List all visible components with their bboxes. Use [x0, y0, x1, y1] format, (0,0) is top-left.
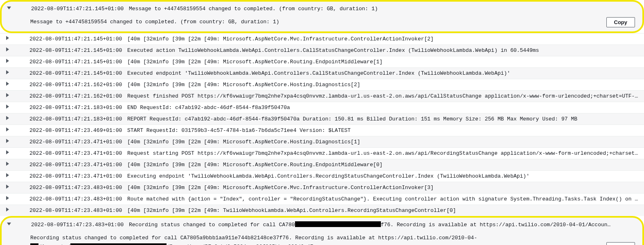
log-message: [40m [32minfo [39m [22m [49m: Microsoft.… [127, 81, 641, 89]
log-timestamp: 2022-08-09T11:47:23.471+01:00 [11, 149, 127, 157]
log-timestamp: 2022-08-09T11:47:21.145+01:00 [11, 69, 127, 77]
log-expanded-body: Message to +447458159554 changed to comp… [6, 13, 614, 29]
expand-caret-icon[interactable] [4, 104, 11, 109]
log-timestamp: 2022-08-09T11:47:23.471+01:00 [11, 172, 127, 180]
log-timestamp: 2022-08-09T11:47:23.483+01:00 [11, 207, 127, 214]
log-row[interactable]: 2022-08-09T11:47:21.145+01:00 [40m [32mi… [0, 33, 644, 45]
log-timestamp: 2022-08-09T11:47:23.471+01:00 [11, 161, 127, 169]
log-message: REPORT RequestId: c47ab192-abdc-46df-854… [127, 115, 641, 123]
svg-marker-11 [6, 150, 9, 154]
log-table: 2022-08-09T11:47:21.145+01:00 Message to… [0, 0, 644, 245]
svg-marker-12 [6, 162, 9, 166]
expand-caret-icon[interactable] [4, 35, 11, 40]
log-row[interactable]: 2022-08-09T11:47:21.145+01:00Executed en… [0, 67, 644, 79]
expand-caret-icon[interactable] [4, 184, 11, 189]
expand-caret-icon[interactable] [4, 69, 11, 74]
expand-caret-icon[interactable] [4, 58, 11, 63]
svg-marker-14 [6, 185, 9, 189]
log-message-text: Recording status changed to completed fo… [129, 222, 295, 228]
log-message: [40m [32minfo [39m [22m [49m: Microsoft.… [127, 58, 641, 66]
log-row-expanded: 2022-08-09T11:47:23.483+01:00 Recording … [0, 216, 644, 245]
redacted-block [295, 221, 381, 227]
log-message: [40m [32minfo [39m [22m [49m: Microsoft.… [127, 35, 641, 43]
expand-caret-icon[interactable] [4, 92, 11, 97]
expand-caret-icon[interactable] [4, 172, 11, 177]
svg-marker-17 [7, 223, 11, 225]
log-timestamp: 2022-08-09T11:47:21.183+01:00 [11, 115, 127, 123]
svg-marker-2 [6, 47, 9, 51]
log-row[interactable]: 2022-08-09T11:47:21.162+01:00 [40m [32mi… [0, 79, 644, 90]
svg-marker-4 [6, 70, 9, 74]
svg-marker-7 [6, 105, 9, 109]
collapse-caret-icon[interactable] [6, 221, 12, 226]
svg-marker-3 [6, 59, 9, 63]
log-row[interactable]: 2022-08-09T11:47:23.483+01:00 [40m [32mi… [0, 205, 644, 216]
expand-caret-icon[interactable] [4, 127, 11, 131]
log-row[interactable]: 2022-08-09T11:47:21.145+01:00Executed ac… [0, 45, 644, 56]
log-timestamp: 2022-08-09T11:47:21.145+01:00 [11, 47, 127, 54]
log-message: Recording status changed to completed fo… [129, 221, 614, 229]
log-row[interactable]: 2022-08-09T11:47:23.471+01:00Executing e… [0, 170, 644, 182]
log-message: [40m [32minfo [39m [22m [49m: Microsoft.… [127, 161, 641, 169]
log-timestamp: 2022-08-09T11:47:23.483+01:00 [11, 195, 127, 203]
log-message: [40m [32minfo [39m [22m [49m: Microsoft.… [127, 138, 641, 146]
expand-caret-icon[interactable] [4, 138, 11, 143]
svg-marker-13 [6, 173, 9, 177]
log-row[interactable]: 2022-08-09T11:47:23.471+01:00 [40m [32mi… [0, 136, 644, 147]
log-message: Request starting POST https://kf6vwaiugr… [127, 149, 641, 157]
log-timestamp: 2022-08-09T11:47:21.162+01:00 [11, 92, 127, 100]
svg-marker-9 [6, 127, 9, 131]
log-row[interactable]: 2022-08-09T11:47:23.483+01:00Route match… [0, 193, 644, 205]
copy-button[interactable]: Copy [606, 242, 635, 245]
expand-caret-icon[interactable] [4, 81, 11, 86]
expand-caret-icon[interactable] [4, 195, 11, 200]
log-timestamp: 2022-08-09T11:47:21.145+01:00 [11, 58, 127, 66]
log-row[interactable]: 2022-08-09T11:47:23.483+01:00 [40m [32mi… [0, 182, 644, 193]
svg-marker-1 [6, 36, 9, 40]
log-message: [40m [32minfo [39m [22m [49m: Microsoft.… [127, 184, 641, 192]
log-message: Executed action TwilioWebhookLambda.WebA… [127, 47, 641, 54]
redacted-block [30, 243, 38, 245]
log-row[interactable]: 2022-08-09T11:47:23.471+01:00 [40m [32mi… [0, 159, 644, 170]
expand-caret-icon[interactable] [4, 47, 11, 51]
collapse-caret-icon[interactable] [6, 5, 12, 10]
svg-marker-5 [6, 82, 9, 86]
log-timestamp: 2022-08-09T11:47:21.145+01:00 [11, 35, 127, 43]
log-row[interactable]: 2022-08-09T11:47:23.471+01:00Request sta… [0, 147, 644, 159]
log-row[interactable]: 2022-08-09T11:47:21.183+01:00REPORT Requ… [0, 113, 644, 125]
log-body-text: Recording status changed to completed fo… [30, 235, 477, 241]
expand-caret-icon[interactable] [4, 207, 11, 212]
log-timestamp: 2022-08-09T11:47:21.183+01:00 [11, 104, 127, 111]
svg-marker-15 [6, 196, 9, 200]
log-timestamp: 2022-08-09T11:47:23.483+01:00 [11, 184, 127, 192]
log-row[interactable]: 2022-08-09T11:47:23.469+01:00START Reque… [0, 125, 644, 136]
log-message: Executing endpoint 'TwilioWebhookLambda.… [127, 172, 641, 180]
svg-marker-6 [6, 93, 9, 97]
svg-marker-10 [6, 139, 9, 143]
log-timestamp: 2022-08-09T11:47:23.483+01:00 [12, 221, 129, 229]
log-row[interactable]: 2022-08-09T11:47:21.145+01:00 [40m [32mi… [0, 56, 644, 67]
svg-marker-0 [7, 7, 11, 9]
log-timestamp: 2022-08-09T11:47:23.469+01:00 [11, 127, 127, 134]
log-timestamp: 2022-08-09T11:47:23.471+01:00 [11, 138, 127, 146]
log-message: Message to +447458159554 changed to comp… [129, 5, 614, 13]
log-row[interactable]: 2022-08-09T11:47:21.183+01:00END Request… [0, 102, 644, 113]
expand-caret-icon[interactable] [4, 149, 11, 154]
log-message: [40m [32minfo [39m [22m [49m: TwilioWebh… [127, 207, 641, 214]
log-row-expanded: 2022-08-09T11:47:21.145+01:00 Message to… [0, 0, 644, 33]
redacted-block [70, 243, 167, 245]
log-message-text: f76. Recording is available at https://a… [381, 222, 614, 228]
log-expanded-body: Recording status changed to completed fo… [6, 229, 614, 245]
log-message: START RequestId: 031759b3-4c57-4784-b1a6… [127, 127, 641, 134]
expand-caret-icon[interactable] [4, 161, 11, 166]
log-message: Route matched with {action = "Index", co… [127, 195, 641, 203]
log-message: Request finished POST https://kf6vwaiugr… [127, 92, 641, 100]
copy-button[interactable]: Copy [606, 17, 635, 27]
log-row[interactable]: 2022-08-09T11:47:21.162+01:00Request fin… [0, 90, 644, 102]
svg-marker-8 [6, 116, 9, 120]
log-message: END RequestId: c47ab192-abdc-46df-8544-f… [127, 104, 641, 111]
log-message: Executed endpoint 'TwilioWebhookLambda.W… [127, 69, 641, 77]
expand-caret-icon[interactable] [4, 115, 11, 120]
log-timestamp: 2022-08-09T11:47:21.162+01:00 [11, 81, 127, 89]
svg-marker-16 [6, 207, 9, 212]
